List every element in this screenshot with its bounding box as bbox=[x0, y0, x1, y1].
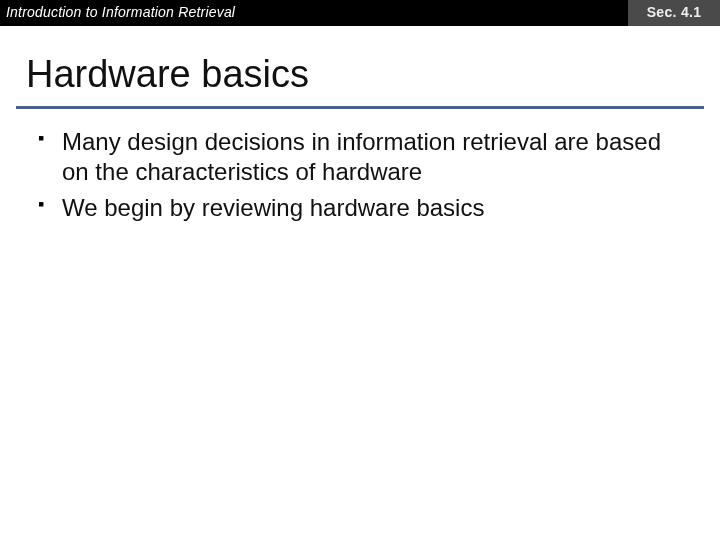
list-item: Many design decisions in information ret… bbox=[32, 127, 688, 187]
slide-body: Many design decisions in information ret… bbox=[0, 109, 720, 223]
section-label: Sec. 4.1 bbox=[628, 0, 720, 26]
course-title: Introduction to Information Retrieval bbox=[0, 0, 628, 26]
list-item: We begin by reviewing hardware basics bbox=[32, 193, 688, 223]
title-area: Hardware basics bbox=[0, 26, 720, 100]
slide-title: Hardware basics bbox=[26, 54, 694, 96]
bullet-list: Many design decisions in information ret… bbox=[32, 127, 688, 223]
slide-header: Introduction to Information Retrieval Se… bbox=[0, 0, 720, 26]
